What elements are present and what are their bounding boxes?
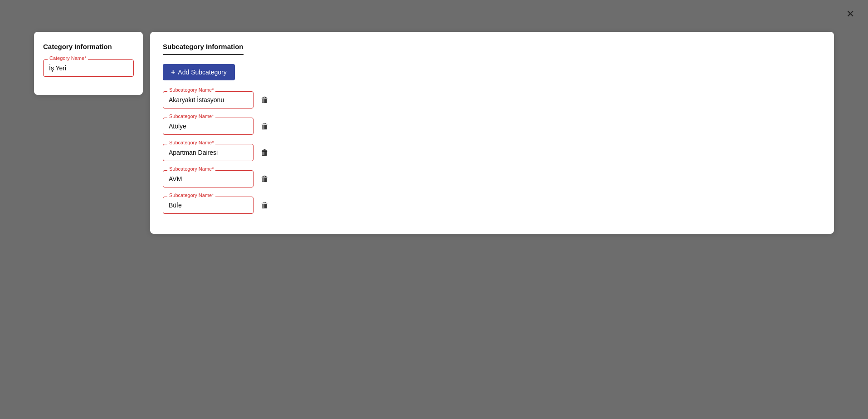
- trash-icon: 🗑: [261, 148, 269, 157]
- trash-icon: 🗑: [261, 201, 269, 209]
- add-subcategory-label: Add Subcategory: [178, 69, 226, 76]
- delete-subcategory-button-1[interactable]: 🗑: [259, 120, 271, 132]
- subcategory-row: Subcategory Name* 🗑: [163, 91, 821, 108]
- subcategory-input-4[interactable]: [163, 197, 254, 214]
- modal-container: Category Information Category Name* Subc…: [34, 32, 834, 234]
- subcategory-list: Subcategory Name* 🗑 Subcategory Name* 🗑 …: [163, 91, 821, 214]
- subcategory-field-group-0: Subcategory Name*: [163, 91, 254, 108]
- subcategory-label-2: Subcategory Name*: [167, 140, 215, 145]
- subcategory-row: Subcategory Name* 🗑: [163, 197, 821, 214]
- subcategory-input-3[interactable]: [163, 170, 254, 187]
- delete-subcategory-button-3[interactable]: 🗑: [259, 173, 271, 185]
- add-subcategory-button[interactable]: + Add Subcategory: [163, 64, 235, 80]
- subcategory-row: Subcategory Name* 🗑: [163, 118, 821, 135]
- subcategory-field-group-1: Subcategory Name*: [163, 118, 254, 135]
- subcategory-label-1: Subcategory Name*: [167, 113, 215, 119]
- trash-icon: 🗑: [261, 96, 269, 104]
- plus-icon: +: [171, 69, 175, 76]
- subcategory-field-group-2: Subcategory Name*: [163, 144, 254, 161]
- close-button[interactable]: ✕: [846, 9, 854, 19]
- subcategory-field-group-4: Subcategory Name*: [163, 197, 254, 214]
- subcategory-row: Subcategory Name* 🗑: [163, 170, 821, 187]
- delete-subcategory-button-4[interactable]: 🗑: [259, 199, 271, 211]
- subcategory-row: Subcategory Name* 🗑: [163, 144, 821, 161]
- subcategory-panel-title: Subcategory Information: [163, 43, 821, 64]
- subcategory-input-2[interactable]: [163, 144, 254, 161]
- subcategory-label-4: Subcategory Name*: [167, 192, 215, 198]
- trash-icon: 🗑: [261, 122, 269, 130]
- category-panel: Category Information Category Name*: [34, 32, 143, 95]
- subcategory-label-0: Subcategory Name*: [167, 87, 215, 93]
- subcategory-input-1[interactable]: [163, 118, 254, 135]
- subcategory-field-group-3: Subcategory Name*: [163, 170, 254, 187]
- subcategory-input-0[interactable]: [163, 91, 254, 108]
- trash-icon: 🗑: [261, 175, 269, 183]
- delete-subcategory-button-0[interactable]: 🗑: [259, 94, 271, 106]
- category-name-label: Category Name*: [48, 55, 88, 61]
- subcategory-label-3: Subcategory Name*: [167, 166, 215, 172]
- category-panel-title: Category Information: [43, 43, 134, 50]
- category-name-field-group: Category Name*: [43, 59, 134, 77]
- category-name-input[interactable]: [43, 59, 134, 77]
- delete-subcategory-button-2[interactable]: 🗑: [259, 147, 271, 158]
- subcategory-panel: Subcategory Information + Add Subcategor…: [150, 32, 834, 234]
